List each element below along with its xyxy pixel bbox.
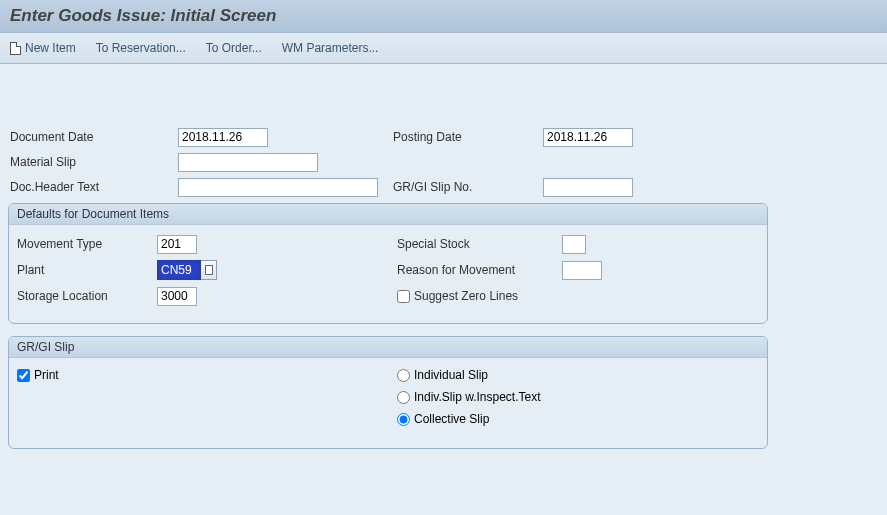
to-order-button[interactable]: To Order... [206, 41, 262, 55]
plant-label: Plant [17, 263, 157, 277]
suggest-zero-lines-checkbox[interactable] [397, 290, 410, 303]
movement-type-label: Movement Type [17, 237, 157, 251]
new-item-label: New Item [25, 41, 76, 55]
document-date-input[interactable] [178, 128, 268, 147]
wm-parameters-label: WM Parameters... [282, 41, 379, 55]
search-help-icon [205, 265, 213, 275]
storage-location-label: Storage Location [17, 289, 157, 303]
to-reservation-button[interactable]: To Reservation... [96, 41, 186, 55]
posting-date-input[interactable] [543, 128, 633, 147]
page-title: Enter Goods Issue: Initial Screen [10, 6, 877, 26]
suggest-zero-lines-label: Suggest Zero Lines [414, 289, 518, 303]
reason-movement-input[interactable] [562, 261, 602, 280]
collective-slip-label: Collective Slip [414, 412, 489, 426]
slip-group: GR/GI Slip Print Individual Slip [8, 336, 768, 449]
collective-slip-radio[interactable] [397, 413, 410, 426]
document-date-label: Document Date [8, 130, 178, 144]
print-checkbox[interactable] [17, 369, 30, 382]
posting-date-label: Posting Date [393, 130, 543, 144]
special-stock-label: Special Stock [397, 237, 562, 251]
slip-group-title: GR/GI Slip [9, 337, 767, 358]
reason-movement-label: Reason for Movement [397, 263, 562, 277]
individual-slip-radio[interactable] [397, 369, 410, 382]
title-bar: Enter Goods Issue: Initial Screen [0, 0, 887, 33]
plant-input[interactable] [157, 260, 201, 280]
content-area: Document Date Posting Date Material Slip… [0, 64, 887, 457]
to-order-label: To Order... [206, 41, 262, 55]
indiv-inspect-slip-radio[interactable] [397, 391, 410, 404]
defaults-group-title: Defaults for Document Items [9, 204, 767, 225]
new-item-button[interactable]: New Item [10, 41, 76, 55]
doc-header-text-input[interactable] [178, 178, 378, 197]
toolbar: New Item To Reservation... To Order... W… [0, 33, 887, 64]
doc-header-text-label: Doc.Header Text [8, 180, 178, 194]
material-slip-label: Material Slip [8, 155, 178, 169]
movement-type-input[interactable] [157, 235, 197, 254]
gr-gi-slip-no-input[interactable] [543, 178, 633, 197]
plant-search-help-button[interactable] [201, 260, 217, 280]
document-icon [10, 42, 21, 55]
print-label: Print [34, 368, 59, 382]
indiv-inspect-slip-label: Indiv.Slip w.Inspect.Text [414, 390, 541, 404]
defaults-group: Defaults for Document Items Movement Typ… [8, 203, 768, 324]
to-reservation-label: To Reservation... [96, 41, 186, 55]
material-slip-input[interactable] [178, 153, 318, 172]
special-stock-input[interactable] [562, 235, 586, 254]
individual-slip-label: Individual Slip [414, 368, 488, 382]
gr-gi-slip-no-label: GR/GI Slip No. [393, 180, 543, 194]
wm-parameters-button[interactable]: WM Parameters... [282, 41, 379, 55]
storage-location-input[interactable] [157, 287, 197, 306]
